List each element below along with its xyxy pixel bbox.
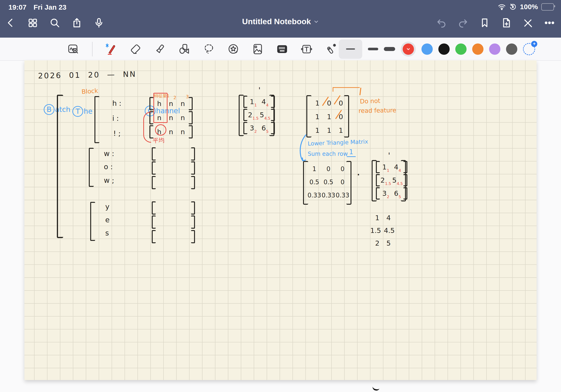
group2-bracket	[89, 148, 94, 187]
color-blue-swatch[interactable]	[421, 44, 433, 55]
battery-percent: 100%	[520, 3, 538, 11]
toolbar-divider	[92, 42, 93, 56]
handwriting-the-label: The	[64, 99, 93, 124]
pen-cross-icon[interactable]	[522, 17, 533, 28]
handwriting-block-label: Block	[81, 88, 98, 95]
battery-icon	[541, 3, 554, 11]
blue-note-line2: Sum each row	[308, 151, 348, 157]
redo-icon[interactable]	[458, 17, 468, 28]
handwriting-row-letter: e	[105, 217, 109, 224]
page-curl-mark	[372, 383, 380, 391]
empty-matrix-row	[152, 162, 195, 174]
matrix3-row: 3265	[376, 187, 407, 199]
weight-row: 0.330.330.33	[307, 189, 350, 202]
dot-operator: ·	[357, 169, 360, 180]
empty-matrix-row	[152, 201, 195, 215]
col3-header: 3	[186, 94, 189, 99]
pen-tool-icon[interactable]	[105, 43, 117, 55]
tick-mark: '	[259, 86, 260, 94]
thickness-thin-button[interactable]	[339, 40, 362, 59]
color-orange-swatch[interactable]	[472, 44, 484, 55]
matrix3-row: 21.554.5	[376, 174, 407, 186]
result-row: 25	[372, 237, 394, 250]
add-color-button[interactable]: +	[523, 43, 535, 55]
handwriting-row-letter: ! ;	[113, 130, 121, 137]
orientation-lock-icon	[509, 3, 517, 11]
lasso-tool-icon[interactable]	[203, 43, 215, 55]
circled-t: T	[72, 106, 83, 117]
result-row: 14	[372, 211, 394, 224]
group1-bracket	[95, 96, 99, 143]
color-purple-swatch[interactable]	[489, 44, 500, 55]
blue-emphasized-one: 1	[347, 149, 356, 157]
handwriting-row-letter: o :	[104, 163, 113, 170]
status-right: 100%	[498, 3, 554, 11]
color-gray-swatch[interactable]	[506, 44, 517, 55]
text-tool-icon[interactable]	[301, 43, 313, 55]
wifi-icon	[498, 3, 506, 11]
eraser-tool-icon[interactable]	[130, 43, 141, 55]
outer-left-bracket	[57, 95, 63, 238]
color-red-selected[interactable]	[401, 42, 416, 57]
matrix2-row: 21.554.5	[243, 109, 275, 121]
shapes-tool-icon[interactable]	[179, 43, 190, 55]
red-circle-mark	[155, 124, 166, 136]
empty-matrix-row	[152, 216, 195, 229]
undo-icon[interactable]	[436, 17, 447, 28]
orange-tick	[359, 88, 361, 95]
red-average-note: 平均	[152, 137, 164, 144]
color-black-swatch[interactable]	[438, 44, 450, 55]
status-time: 19:07	[9, 3, 27, 11]
handwriting-row-letter: h :	[112, 100, 121, 107]
add-page-icon[interactable]	[501, 17, 512, 28]
more-icon[interactable]	[544, 17, 555, 28]
group3-bracket	[90, 202, 95, 241]
chevron-down-icon	[314, 19, 319, 24]
drawing-toolbar: +	[0, 38, 561, 61]
weight-row: 0.50.50	[307, 175, 350, 189]
matrix2-row: 3265	[243, 122, 275, 134]
handwriting-row-letter: s	[105, 230, 109, 237]
mask-left-bracket	[306, 95, 312, 138]
highlighter-tool-icon[interactable]	[154, 43, 166, 55]
orange-top-bracket	[333, 87, 360, 92]
empty-matrix-row	[152, 230, 195, 243]
thickness-medium-button[interactable]	[368, 48, 378, 50]
feature-col-header: 特征量1	[154, 94, 169, 98]
circled-b: B	[44, 104, 54, 115]
tick-mark: '	[388, 152, 390, 159]
matrix3-row: 1144	[376, 161, 407, 173]
color-green-swatch[interactable]	[455, 44, 466, 55]
weight-row: 100	[307, 162, 350, 175]
plus-icon: +	[531, 41, 537, 47]
handwriting-row-letter: w :	[104, 150, 114, 157]
thickness-thick-button[interactable]	[384, 47, 395, 51]
empty-matrix-row	[152, 147, 195, 161]
chevron-down-icon	[401, 42, 416, 57]
note-page-canvas[interactable]: 2026 01 20 — NN Block Batch The Channel …	[24, 60, 537, 380]
laser-pointer-tool-icon[interactable]	[325, 43, 337, 55]
handwriting-row-letter: w ;	[104, 177, 114, 184]
nav-bar: Untitled Notebook	[0, 15, 561, 37]
bookmark-icon[interactable]	[479, 17, 490, 28]
image-tool-icon[interactable]	[252, 43, 264, 55]
mask-row: 100	[312, 97, 347, 110]
empty-matrix-row	[152, 176, 195, 189]
zoom-window-tool-icon[interactable]	[68, 43, 79, 55]
handwriting-row-letter: y	[105, 203, 109, 210]
matrix2-left-bracket	[239, 95, 244, 136]
notebook-title: Untitled Notebook	[242, 17, 311, 26]
blue-curved-arrow	[298, 134, 308, 164]
col2-header: 2	[173, 95, 176, 100]
thin-line-icon	[346, 48, 355, 50]
keyboard-tool-icon[interactable]	[276, 43, 288, 55]
notebook-title-button[interactable]: Untitled Notebook	[242, 17, 319, 26]
top-bar: 19:07 Fri Jan 23 100%	[0, 0, 561, 38]
mask-row: 111	[312, 124, 347, 137]
elements-tool-icon[interactable]	[227, 43, 239, 55]
orange-note-line1: Do not	[360, 98, 381, 104]
matrix2-row: 1144	[243, 96, 275, 108]
status-date: Fri Jan 23	[33, 3, 66, 11]
mask-row: 110	[312, 110, 347, 123]
status-left: 19:07 Fri Jan 23	[9, 3, 66, 11]
